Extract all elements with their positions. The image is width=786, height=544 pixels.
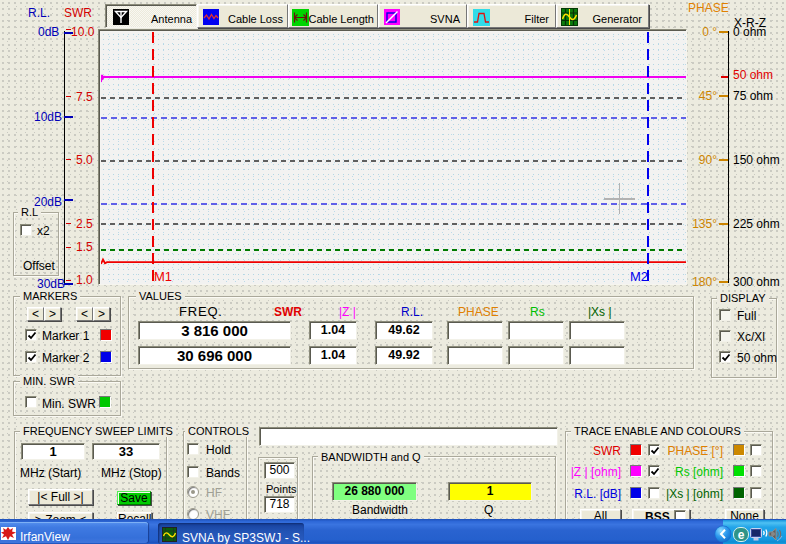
svg-text:e: e: [738, 527, 745, 541]
